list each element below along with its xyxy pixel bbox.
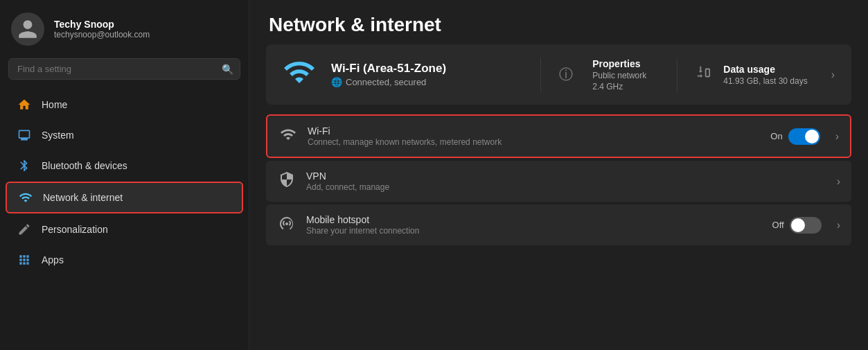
sidebar-item-label-bluetooth: Bluetooth & devices (42, 160, 127, 171)
divider2 (677, 58, 677, 92)
settings-item-wifi[interactable]: ➜ Wi-Fi Connect, manage known networks, … (266, 114, 851, 158)
search-icon: 🔍 (222, 64, 233, 75)
page-title: Network & internet (249, 0, 868, 44)
vpn-settings-icon (277, 171, 296, 192)
hotspot-settings-text: Mobile hotspot Share your internet conne… (306, 214, 763, 236)
sidebar-item-home[interactable]: Home (6, 90, 243, 119)
wifi-connected-text: Connected, secured (346, 77, 426, 87)
data-usage-value: 41.93 GB, last 30 days (723, 76, 807, 86)
sidebar-item-system[interactable]: System (6, 121, 243, 150)
user-avatar-icon (17, 18, 39, 40)
divider (540, 58, 541, 92)
hotspot-toggle-thumb (791, 218, 805, 232)
personalization-icon (17, 222, 32, 237)
sidebar-item-label-apps: Apps (42, 254, 64, 265)
wifi-large-icon (280, 55, 319, 94)
settings-item-vpn[interactable]: VPN Add, connect, manage › (266, 161, 851, 202)
vpn-settings-desc: Add, connect, manage (306, 182, 822, 192)
wifi-toggle-thumb (805, 130, 819, 143)
wifi-settings-text: Wi-Fi Connect, manage known networks, me… (308, 125, 761, 147)
wifi-status-info: Wi-Fi (Area-51-Zone) 🌐 Connected, secure… (331, 62, 528, 87)
sidebar-item-bluetooth[interactable]: Bluetooth & devices (6, 151, 243, 180)
sidebar-item-label-personalization: Personalization (42, 224, 108, 235)
globe-icon: 🌐 (331, 77, 342, 87)
wifi-connected-status: 🌐 Connected, secured (331, 77, 528, 87)
sidebar-item-apps[interactable]: Apps (6, 245, 243, 274)
main-content: Network & internet Wi-Fi (Area-51-Zone) … (249, 0, 868, 350)
hotspot-toggle[interactable] (790, 217, 822, 234)
user-profile[interactable]: Techy Snoop techysnoop@outlook.com (0, 0, 249, 55)
properties-title: Properties (592, 58, 646, 69)
info-icon: ⓘ (559, 65, 573, 84)
sidebar-item-network[interactable]: Network & internet (6, 182, 243, 213)
apps-icon (17, 252, 32, 268)
sidebar-nav: Home System Bluetooth & devices Network … (0, 87, 249, 278)
hotspot-settings-label: Mobile hotspot (306, 214, 763, 225)
bluetooth-icon (17, 158, 32, 173)
hotspot-settings-desc: Share your internet connection (306, 226, 763, 236)
data-usage-icon (696, 65, 711, 85)
wifi-toggle-label: On (770, 131, 782, 141)
wifi-name: Wi-Fi (Area-51-Zone) (331, 62, 528, 76)
settings-item-hotspot[interactable]: Mobile hotspot Share your internet conne… (266, 204, 851, 245)
wifi-toggle-wrap: On (770, 128, 820, 145)
hotspot-item-chevron: › (837, 219, 840, 231)
network-icon (18, 190, 33, 205)
wifi-card-chevron: › (831, 69, 838, 81)
user-email: techysnoop@outlook.com (54, 30, 150, 40)
properties-section: Properties Public network 2.4 GHz (580, 58, 659, 91)
vpn-settings-text: VPN Add, connect, manage (306, 170, 822, 192)
avatar (11, 12, 44, 46)
user-name: Techy Snoop (54, 19, 150, 30)
wifi-item-chevron: › (835, 130, 839, 143)
data-usage-section: Data usage 41.93 GB, last 30 days (718, 64, 813, 86)
properties-network: Public network (592, 71, 646, 80)
vpn-settings-label: VPN (306, 170, 822, 182)
wifi-settings-desc: Connect, manage known networks, metered … (308, 137, 761, 147)
sidebar-item-label-home: Home (42, 99, 67, 110)
hotspot-toggle-wrap: Off (772, 217, 822, 234)
sidebar: Techy Snoop techysnoop@outlook.com 🔍 Hom… (0, 0, 249, 350)
settings-list: ➜ Wi-Fi Connect, manage known networks, … (249, 114, 868, 350)
search-box: 🔍 (8, 58, 240, 80)
wifi-settings-icon (278, 126, 298, 147)
search-input[interactable] (8, 58, 240, 80)
wifi-status-card[interactable]: Wi-Fi (Area-51-Zone) 🌐 Connected, secure… (266, 44, 851, 105)
data-usage-title: Data usage (723, 64, 807, 75)
wifi-toggle[interactable] (788, 128, 820, 145)
user-info: Techy Snoop techysnoop@outlook.com (54, 19, 150, 40)
sidebar-item-personalization[interactable]: Personalization (6, 215, 243, 244)
system-icon (17, 128, 32, 143)
home-icon (17, 97, 32, 112)
sidebar-item-label-network: Network & internet (43, 192, 123, 203)
wifi-settings-label: Wi-Fi (308, 125, 761, 137)
hotspot-toggle-label: Off (772, 220, 784, 230)
vpn-item-chevron: › (837, 175, 840, 188)
hotspot-settings-icon (277, 215, 296, 236)
properties-freq: 2.4 GHz (592, 82, 646, 91)
sidebar-item-label-system: System (42, 130, 74, 141)
